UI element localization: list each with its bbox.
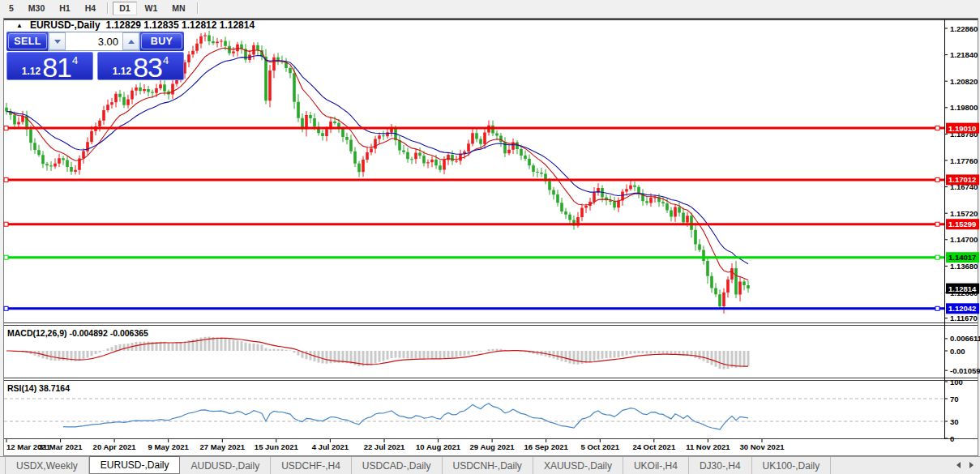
chart-tab-usdcnh-daily[interactable]: USDCNH-,Daily [443, 457, 533, 474]
chart-tab-usdx-weekly[interactable]: USDX,Weekly [5, 457, 89, 474]
date-label: 30 Nov 2021 [740, 442, 785, 451]
sell-price-prefix: 1.12 [22, 66, 41, 76]
chart-symbol-label: EURUSD-,Daily [30, 19, 101, 31]
timeframe-H1[interactable]: H1 [53, 2, 76, 15]
line-handle[interactable] [935, 306, 939, 310]
macd-axis-label: 0.00 [950, 347, 965, 356]
rsi-axis-label: 70 [950, 395, 959, 404]
date-label: 9 May 2021 [148, 442, 190, 451]
price-badge-label: 1.12814 [948, 284, 977, 293]
chart-tab-dj30-h4[interactable]: DJ30-,H4 [689, 457, 752, 474]
price-tick-label: 1.17760 [950, 156, 978, 165]
date-axis: 12 Mar 202131 Mar 202120 Apr 20219 May 2… [6, 439, 785, 451]
timeframe-H4[interactable]: H4 [79, 2, 102, 15]
line-handle[interactable] [4, 306, 8, 310]
line-handle[interactable] [4, 255, 8, 259]
chart-tab-uk100-daily[interactable]: UK100-,Daily [752, 457, 832, 474]
tab-scroll-left-icon[interactable] [956, 462, 961, 468]
date-label: 22 Jul 2021 [364, 442, 405, 451]
macd-label: MACD(12,26,9) -0.004892 -0.006365 [7, 328, 148, 338]
price-badge [946, 284, 979, 294]
toolbar-separator [197, 2, 198, 14]
line-handle[interactable] [4, 222, 8, 226]
line-handle[interactable] [935, 222, 939, 226]
chart-background[interactable] [4, 18, 978, 455]
date-label: 15 Jun 2021 [255, 442, 299, 451]
macd-axis-label: -0.010595 [950, 366, 980, 375]
price-badge [946, 174, 979, 185]
sr-line-1.15299[interactable] [4, 222, 944, 226]
price-badge-label: 1.17012 [948, 175, 976, 184]
line-handle[interactable] [4, 126, 8, 130]
line-handle[interactable] [935, 255, 939, 259]
macd-signal-line [6, 338, 748, 366]
date-label: 16 Sep 2021 [524, 442, 568, 451]
window-frame [4, 19, 978, 456]
volume-stepper [48, 32, 140, 51]
price-tick-label: 1.18780 [950, 130, 978, 139]
sr-line-1.1901[interactable] [4, 126, 944, 130]
sell-price-big-digits: 81 [42, 57, 71, 79]
rsi-axis-label: 100 [950, 378, 963, 386]
volume-input[interactable] [66, 32, 122, 50]
timeframe-5[interactable]: 5 [2, 2, 20, 15]
slow-ma-line[interactable] [6, 56, 748, 264]
rsi-line [63, 404, 748, 429]
trade-prices-row: 1.12 81 4 1.12 83 4 [6, 52, 184, 80]
date-label: 27 May 2021 [200, 442, 246, 451]
price-axis: 1.228601.218401.208201.198001.187801.177… [944, 24, 979, 323]
chart-ohlc-values: 1.12829 1.12835 1.12812 1.12814 [106, 19, 255, 31]
date-label: 31 Mar 2021 [39, 442, 83, 451]
chart-title: ▲ EURUSD-,Daily 1.12829 1.12835 1.12812 … [16, 19, 255, 31]
fast-ma-line[interactable] [6, 48, 748, 280]
line-handle[interactable] [935, 126, 939, 130]
price-badge-label: 1.14017 [948, 253, 976, 262]
chart-tab-usdchf-h4[interactable]: USDCHF-,H4 [271, 457, 352, 474]
timeframe-W1[interactable]: W1 [139, 2, 165, 15]
tab-scroll-right-icon[interactable] [969, 462, 974, 468]
buy-button[interactable]: BUY [141, 33, 182, 49]
volume-increase-button[interactable] [122, 32, 139, 50]
one-click-trading-panel: SELL BUY 1.12 81 4 1.12 83 4 [6, 32, 184, 80]
price-tick-label: 1.21840 [950, 50, 978, 59]
date-label: 11 Nov 2021 [686, 442, 730, 451]
symbol-collapse-icon[interactable]: ▲ [16, 22, 23, 29]
trading-terminal: 5M30H1H4D1W1MN 1.228601.218401.208201.19… [0, 0, 980, 474]
rsi-axis-label: 30 [950, 417, 959, 426]
chart-tab-usdcad-daily[interactable]: USDCAD-,Daily [352, 457, 443, 474]
macd-axis-label: 0.006611 [950, 334, 980, 343]
date-label: 24 Oct 2021 [632, 442, 676, 451]
sr-line-1.14017[interactable] [4, 255, 944, 259]
buy-price-display[interactable]: 1.12 83 4 [97, 52, 184, 80]
price-badge [946, 219, 979, 229]
toolbar-separator [107, 2, 108, 14]
price-tick-label: 1.12660 [950, 288, 978, 297]
sell-button[interactable]: SELL [8, 33, 47, 49]
triangle-down-icon [54, 40, 61, 44]
price-tick-label: 1.22860 [950, 24, 978, 33]
price-badge-label: 1.15299 [948, 220, 976, 228]
sr-line-1.17012[interactable] [4, 177, 944, 181]
chart-tab-audusd-daily[interactable]: AUDUSD-,Daily [180, 457, 271, 474]
price-badge [946, 252, 979, 263]
trade-buttons-row: SELL BUY [6, 32, 184, 51]
price-badge [946, 303, 979, 314]
chart-tab-ukoil-h4[interactable]: UKOil-,H4 [623, 457, 689, 474]
price-tick-label: 1.14700 [950, 235, 978, 244]
chart-tab-xauusd-daily[interactable]: XAUUSD-,Daily [533, 457, 623, 474]
chart-tab-eurusd-daily[interactable]: EURUSD-,Daily [89, 456, 181, 474]
timeframe-M30[interactable]: M30 [22, 2, 51, 15]
rsi-label: RSI(14) 38.7164 [7, 383, 70, 393]
timeframe-D1[interactable]: D1 [113, 2, 136, 15]
date-label: 10 Aug 2021 [416, 442, 461, 451]
line-handle[interactable] [4, 177, 8, 181]
sr-line-1.12042[interactable] [4, 306, 944, 310]
volume-decrease-button[interactable] [49, 32, 66, 50]
timeframe-MN[interactable]: MN [165, 2, 191, 15]
sell-price-display[interactable]: 1.12 81 4 [6, 52, 93, 80]
price-tick-label: 1.13680 [950, 262, 978, 271]
price-tick-label: 1.15720 [950, 209, 978, 218]
price-tick-label: 1.11670 [950, 314, 978, 322]
line-handle[interactable] [935, 177, 939, 181]
price-tick-label: 1.20820 [950, 77, 978, 86]
